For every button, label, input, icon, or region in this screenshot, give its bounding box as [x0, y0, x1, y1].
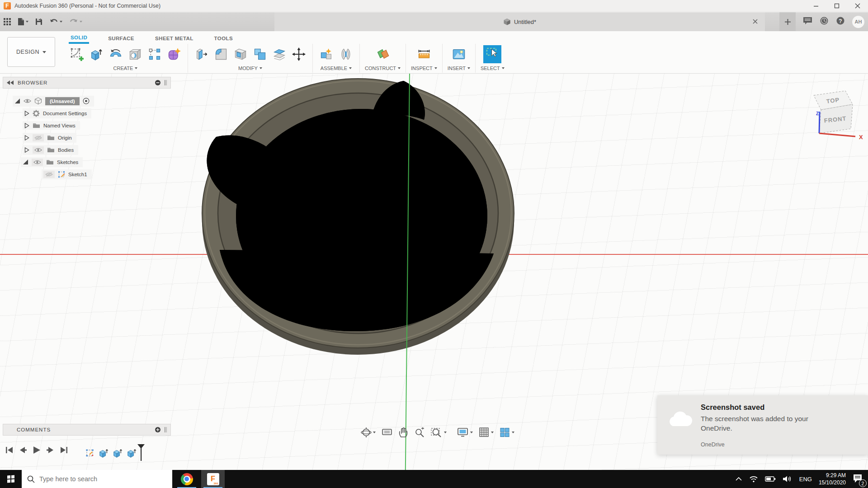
- new-tab-button[interactable]: [779, 12, 796, 31]
- select-menu[interactable]: SELECT: [481, 66, 505, 71]
- insert-menu[interactable]: INSERT: [448, 66, 470, 71]
- tab-tools[interactable]: TOOLS: [212, 33, 235, 43]
- move-button[interactable]: [290, 45, 307, 64]
- redo-button[interactable]: [69, 18, 82, 25]
- timeline-feature-extrude[interactable]: [98, 447, 109, 460]
- expanded-arrow-icon[interactable]: [23, 159, 28, 165]
- help-button[interactable]: ?: [836, 16, 845, 27]
- tree-row-origin[interactable]: Origin: [3, 131, 171, 144]
- construct-plane-button[interactable]: [374, 45, 392, 64]
- visibility-eye-icon[interactable]: [24, 99, 31, 103]
- measure-button[interactable]: [415, 45, 433, 64]
- maximize-button[interactable]: [826, 0, 847, 11]
- create-form-button[interactable]: [165, 45, 183, 64]
- timeline-step-back-button[interactable]: [18, 444, 28, 456]
- panel-grip[interactable]: [165, 80, 167, 85]
- search-input[interactable]: [39, 475, 152, 483]
- node-label[interactable]: Bodies: [58, 147, 74, 153]
- construct-menu[interactable]: CONSTRUCT: [365, 66, 401, 71]
- shell-button[interactable]: [232, 45, 249, 64]
- file-menu-button[interactable]: [18, 18, 28, 26]
- node-label[interactable]: Named Views: [43, 123, 75, 128]
- create-sketch-button[interactable]: [68, 45, 85, 64]
- taskbar-search[interactable]: [22, 470, 172, 488]
- document-tab[interactable]: Untitled*: [274, 12, 765, 31]
- save-button[interactable]: [35, 18, 42, 25]
- tree-row-named-views[interactable]: Named Views: [3, 119, 171, 131]
- timeline-play-button[interactable]: [32, 444, 42, 456]
- hole-button[interactable]: [127, 45, 144, 64]
- activate-radio-icon[interactable]: [83, 98, 90, 104]
- tree-row-sketch1[interactable]: Sketch1: [3, 168, 171, 180]
- new-component-button[interactable]: [318, 45, 335, 64]
- offset-face-button[interactable]: [271, 45, 288, 64]
- timeline-feature-extrude[interactable]: [126, 447, 137, 460]
- tree-row-bodies[interactable]: Bodies: [3, 144, 171, 156]
- timeline-feature-extrude[interactable]: [112, 447, 123, 460]
- node-label[interactable]: Origin: [58, 135, 72, 141]
- feedback-button[interactable]: [803, 17, 812, 27]
- revolve-button[interactable]: [107, 45, 124, 64]
- taskbar-app-fusion360[interactable]: F 360: [201, 470, 225, 488]
- press-pull-button[interactable]: [193, 45, 210, 64]
- visibility-on-chip[interactable]: [32, 159, 43, 166]
- collapsed-arrow-icon[interactable]: [24, 111, 29, 116]
- modify-menu[interactable]: MODIFY: [238, 66, 262, 71]
- rectangular-pattern-button[interactable]: [146, 45, 163, 64]
- visibility-off-chip[interactable]: [33, 134, 44, 141]
- start-button[interactable]: [0, 470, 22, 488]
- collapsed-arrow-icon[interactable]: [24, 123, 29, 128]
- timeline-skip-start-button[interactable]: [5, 444, 14, 456]
- close-button[interactable]: [847, 0, 868, 11]
- expanded-arrow-icon[interactable]: [14, 98, 20, 104]
- collapsed-arrow-icon[interactable]: [24, 135, 29, 141]
- inspect-menu[interactable]: INSPECT: [411, 66, 437, 71]
- browser-header[interactable]: BROWSER: [3, 77, 171, 89]
- onedrive-notification[interactable]: Screenshot saved The screenshot was adde…: [657, 395, 868, 455]
- job-status-button[interactable]: [820, 16, 829, 27]
- circle-minus-icon[interactable]: [155, 80, 161, 86]
- node-label[interactable]: Sketch1: [68, 172, 87, 177]
- undo-button[interactable]: [49, 18, 62, 25]
- assemble-menu[interactable]: ASSEMBLE: [321, 66, 352, 71]
- pan-button[interactable]: [398, 427, 408, 438]
- insert-image-button[interactable]: [450, 45, 467, 64]
- visibility-on-chip[interactable]: [33, 146, 44, 154]
- tab-sheet-metal[interactable]: SHEET METAL: [153, 33, 195, 43]
- zoom-button[interactable]: [414, 427, 425, 438]
- panel-grip[interactable]: [165, 427, 167, 432]
- language-indicator[interactable]: ENG: [799, 476, 812, 483]
- minimize-button[interactable]: [806, 0, 826, 11]
- viewport-canvas[interactable]: Z X TOP FRONT BROWSER (Unsaved): [0, 74, 868, 470]
- timeline-skip-end-button[interactable]: [59, 444, 69, 456]
- tab-surface[interactable]: SURFACE: [106, 33, 136, 43]
- tree-row-document-settings[interactable]: Document Settings: [3, 107, 171, 119]
- visibility-off-chip[interactable]: [43, 171, 55, 178]
- taskbar-app-chrome[interactable]: [175, 470, 198, 488]
- joint-button[interactable]: [337, 45, 354, 64]
- wifi-icon[interactable]: [749, 475, 758, 483]
- tray-expand-chevron-icon[interactable]: [735, 476, 742, 482]
- create-menu[interactable]: CREATE: [113, 66, 138, 71]
- look-at-button[interactable]: [382, 427, 392, 437]
- speaker-icon[interactable]: [783, 475, 793, 483]
- taskbar-clock[interactable]: 9:29 AM 15/10/2020: [819, 472, 846, 486]
- grid-settings-button[interactable]: [479, 427, 494, 438]
- timeline-position-marker[interactable]: [137, 444, 146, 463]
- node-label[interactable]: Document Settings: [43, 111, 87, 116]
- tab-close-button[interactable]: [750, 17, 760, 26]
- collapsed-arrow-icon[interactable]: [24, 147, 29, 153]
- view-cube[interactable]: Z X TOP FRONT: [801, 85, 868, 140]
- document-node-label[interactable]: (Unsaved): [45, 97, 80, 105]
- comments-header[interactable]: COMMENTS: [3, 424, 171, 436]
- user-avatar[interactable]: AH: [852, 16, 864, 28]
- tab-solid[interactable]: SOLID: [69, 33, 89, 44]
- fillet-button[interactable]: [212, 45, 230, 64]
- combine-button[interactable]: [251, 45, 269, 64]
- action-center-button[interactable]: 2: [853, 474, 863, 484]
- select-button[interactable]: [483, 45, 501, 63]
- node-label[interactable]: Sketches: [57, 160, 78, 165]
- workspace-selector[interactable]: DESIGN: [7, 37, 55, 67]
- tree-row-sketches[interactable]: Sketches: [3, 156, 171, 168]
- circle-plus-icon[interactable]: [155, 427, 161, 433]
